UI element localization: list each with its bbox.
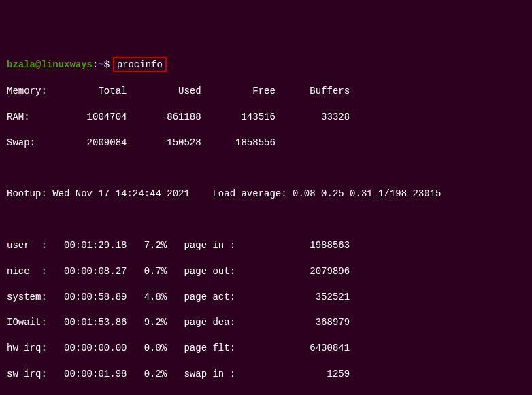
blank-line: [7, 213, 525, 226]
bootup-line: Bootup: Wed Nov 17 14:24:44 2021 Load av…: [7, 188, 525, 201]
stat-line: nice : 00:00:08.27 0.7% page out: 207989…: [7, 265, 525, 278]
stat-line: sw irq: 00:00:01.98 0.2% swap in : 1259: [7, 368, 525, 381]
stat-line: user : 00:01:29.18 7.2% page in : 198856…: [7, 239, 525, 252]
ram-line: RAM: 1004704 861188 143516 33328: [7, 111, 525, 124]
memory-header: Memory: Total Used Free Buffers: [7, 85, 525, 98]
stat-line: IOwait: 00:01:53.86 9.2% page dea: 36897…: [7, 316, 525, 329]
stat-line: hw irq: 00:00:00.00 0.0% page flt: 64308…: [7, 342, 525, 355]
prompt-user-host: bzala@linuxways: [7, 59, 93, 70]
swap-line: Swap: 2009084 150528 1858556: [7, 137, 525, 150]
prompt-path: ~: [98, 59, 103, 70]
command-text: procinfo: [117, 59, 163, 70]
blank-line: [7, 162, 525, 175]
prompt-line[interactable]: bzala@linuxways:~$ procinfo: [7, 57, 525, 73]
stat-line: system: 00:00:58.89 4.8% page act: 35252…: [7, 291, 525, 304]
command-highlight: procinfo: [113, 57, 167, 73]
